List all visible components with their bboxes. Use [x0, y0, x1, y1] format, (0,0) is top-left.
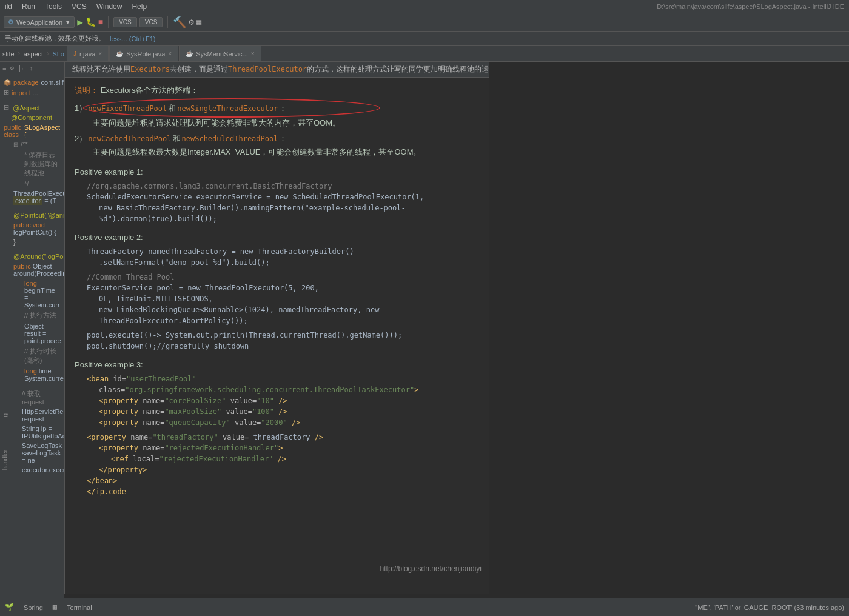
menu-item-tools[interactable]: Tools [45, 2, 62, 11]
pos3-xml4: <property name="maxPoolSize" value="100"… [75, 406, 479, 417]
stop-button[interactable]: ■ [98, 18, 103, 27]
vcs-commit-button[interactable]: VCS [139, 17, 163, 27]
pos3-xml2: class="org.springframework.scheduling.co… [75, 384, 479, 395]
left-label-g: g [0, 413, 8, 417]
item1-num: 1） [75, 102, 87, 115]
tree-item-package[interactable]: 📦 package com.slife.aspect; [0, 78, 64, 87]
tree-item-result[interactable]: Object result = point.procee [10, 321, 64, 346]
menu-item-window[interactable]: Window [96, 2, 122, 11]
tab-close-sysmenu[interactable]: × [251, 50, 255, 57]
file-tab-r-java[interactable]: J r.java × [67, 46, 109, 61]
terminal-icon[interactable]: ▦ [196, 17, 201, 27]
settings-button[interactable]: ⚙ [189, 17, 193, 27]
tree-item-begintime[interactable]: long beginTime = System.curr [10, 278, 64, 310]
tree-req-comment: // 获取request [22, 389, 60, 406]
hint-code-tpe: ThreadPoolExecutor [228, 65, 307, 73]
tree-item-execute[interactable]: executor.execute(saveLogTask [18, 465, 64, 475]
item2-code2: newScheduledThreadPool [182, 133, 278, 144]
tree-item-comment2[interactable]: * 保存日志到数据库的线程池 [10, 149, 64, 179]
tree-collapse-import[interactable]: ⊞ [4, 89, 9, 96]
sidebar-tool-gear[interactable]: ⚙ [9, 64, 16, 73]
doc-explanation-header: 说明： Executors各个方法的弊端： [75, 84, 479, 97]
sidebar-tool-collapse[interactable]: ↕ [28, 64, 35, 73]
tree-spacer [0, 98, 64, 102]
tree-item-import[interactable]: ⊞ import ... [0, 87, 64, 98]
file-tab-sysmenu[interactable]: ☕ SysMenuServic... × [179, 46, 261, 61]
toolbar: ⚙ WebApplication ▼ ▶ 🐛 ■ VCS VCS 🔨 ⚙ ▦ [0, 13, 849, 32]
tree-collapse-aspect[interactable]: ⊟ [4, 104, 9, 112]
dropdown-arrow-icon: ▼ [65, 19, 70, 25]
build-button[interactable]: 🔨 [173, 16, 186, 29]
notification-link[interactable]: less... (Ctrl+F1) [110, 35, 155, 42]
tree-item-time-comment[interactable]: // 执行时长(毫秒) [10, 346, 64, 366]
tab-close-sysrole[interactable]: × [168, 50, 172, 57]
tree-comment1-icon: ⊟ [13, 141, 18, 148]
nav-tab-slife[interactable]: slife [2, 50, 15, 58]
section1-label: 说明： [75, 85, 98, 95]
menu-item-build[interactable]: ild [5, 2, 12, 11]
sidebar-tool-structure[interactable]: ≡ [1, 64, 8, 73]
tree-item-class[interactable]: public class SLogAspect { [0, 122, 64, 139]
tree-item-pointcut-ann[interactable]: @Pointcut("@annotation(com.slife [10, 210, 64, 220]
vcs-update-button[interactable]: VCS [113, 17, 137, 27]
tree-ip-text: String ip = IPUtils.getIpAdd [22, 425, 64, 440]
run-config-dropdown[interactable]: ⚙ WebApplication ▼ [4, 16, 75, 28]
tree-item-annotation-component[interactable]: @Component [0, 113, 64, 122]
tree-item-exec-comment[interactable]: // 执行方法 [10, 310, 64, 321]
tree-item-req-comment[interactable]: // 获取request [18, 388, 64, 407]
menu-item-help[interactable]: Help [132, 2, 147, 11]
item2-num: 2） [75, 132, 87, 146]
pos3-xml11: </bean> [75, 475, 479, 486]
tree-item-around-ann[interactable]: @Around("logPointCut()") [10, 252, 64, 261]
toolbar-separator [108, 16, 109, 28]
tree-comment3-text: */ [24, 180, 29, 187]
spring-tab[interactable]: Spring [21, 604, 45, 611]
pos2-line1: ThreadFactory namedThreadFactory = new T… [75, 246, 479, 257]
pos3-label: Positive example 3: [75, 359, 479, 371]
tab-close-r[interactable]: × [98, 50, 102, 57]
tree-spacer3 [0, 247, 64, 252]
item1-code1: newFixedThreadPool [88, 103, 167, 114]
hint-mid: 去创建，而是通过 [170, 65, 228, 73]
tree-item-pointcut-close[interactable]: } [10, 237, 64, 247]
tree-item-annotation-aspect[interactable]: ⊟ @Aspect [0, 102, 64, 113]
tree-item-executor[interactable]: ThreadPoolExecutor executor = (T [10, 189, 64, 206]
tree-item-around-method[interactable]: public Object around(ProceedingJ [10, 261, 64, 278]
tree-import-dots: ... [33, 89, 38, 96]
tree-item-savelogtask[interactable]: SaveLogTask saveLogTask = ne [18, 441, 64, 465]
tree-item-comment3[interactable]: */ [10, 179, 64, 189]
tree-package-label: package [13, 79, 39, 86]
terminal-tab[interactable]: Terminal [64, 604, 95, 611]
item1-desc: ： [279, 102, 287, 115]
doc-item1: 1） newFixedThreadPool 和 newSingleThreadE… [75, 101, 479, 130]
tree-request-text: HttpServletRequest request = [22, 408, 64, 423]
pos1-line1: ScheduledExecutorService executorService… [75, 192, 479, 203]
tree-class-kw: public class [4, 124, 22, 138]
tree-around-container: @Around("logPointCut()") public Object a… [0, 252, 64, 383]
tree-item-comment1[interactable]: ⊟ /** [10, 139, 64, 149]
run-button[interactable]: ▶ [77, 16, 83, 28]
item2-detail: 主要问题是线程数最大数是Integer.MAX_VALUE，可能会创建数量非常多… [75, 146, 479, 159]
pos3-xml9: <ref local="rejectedExecutionHandler" /> [75, 454, 479, 464]
tree-savelogtask-text: SaveLogTask saveLogTask = ne [22, 442, 62, 464]
file-tab-sysrole[interactable]: ☕ SysRole.java × [109, 46, 178, 61]
tree-spacer2 [0, 206, 64, 210]
nav-tab-aspect[interactable]: aspect [24, 50, 43, 58]
sidebar-tool-pin[interactable]: |← [16, 64, 27, 73]
tab-label-sysmenu: SysMenuServic... [196, 50, 248, 58]
tree-item-pointcut-method[interactable]: public void logPointCut() { [10, 220, 64, 237]
spring-icon: 🌱 [5, 603, 14, 612]
menu-item-vcs[interactable]: VCS [72, 2, 87, 11]
tree-result-text: Object result = point.procee [24, 323, 61, 344]
tree-item-ip[interactable]: String ip = IPUtils.getIpAdd [18, 424, 64, 441]
item1-detail: 主要问题是堆积的请求处理队列可能会耗费非常大的内存，甚至OOM。 [75, 116, 479, 130]
tree-around-ann: @Around("logPointCut()") [13, 253, 64, 260]
debug-button[interactable]: 🐛 [86, 17, 96, 27]
menu-bar: ild Run Tools VCS Window Help D:\src\mai… [0, 0, 849, 13]
tree-item-request[interactable]: HttpServletRequest request = [18, 407, 64, 424]
menu-item-run[interactable]: Run [22, 2, 35, 11]
tree-request-container: // 获取request HttpServletRequest request … [0, 388, 64, 475]
tree-item-time[interactable]: long time = System.currentTi [10, 366, 64, 383]
bottom-bar: 🌱 Spring ▦ Terminal "ME", 'PATH' or 'GAU… [0, 598, 849, 616]
tree-package-name: com.slife.aspect; [41, 79, 64, 86]
